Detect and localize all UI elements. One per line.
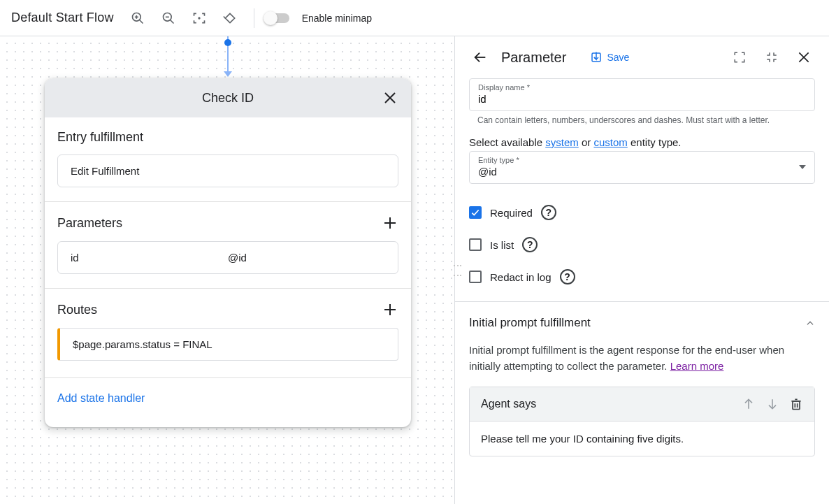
routes-section: Routes $page.params.status = FINAL — [45, 289, 411, 378]
main-area: Check ID Entry fulfillment Edit Fulfillm… — [0, 36, 829, 504]
entity-type-value: @id — [478, 164, 799, 178]
move-down-icon[interactable] — [765, 397, 779, 411]
save-label: Save — [607, 52, 629, 63]
entry-fulfillment-section: Entry fulfillment Edit Fulfillment — [45, 117, 411, 202]
close-panel-icon[interactable] — [793, 46, 815, 69]
svg-marker-20 — [799, 165, 806, 169]
fit-view-icon[interactable] — [187, 6, 212, 31]
back-icon[interactable] — [469, 46, 491, 69]
edit-fulfillment-label: Edit Fulfillment — [71, 165, 139, 177]
display-name-input[interactable] — [478, 92, 806, 105]
parameter-panel: ⋮⋮ Parameter Save Display name — [454, 36, 829, 504]
toolbar-divider — [254, 8, 254, 28]
required-row: Required ? — [469, 205, 815, 220]
display-name-helper: Can contain letters, numbers, underscore… — [477, 115, 815, 125]
system-entity-link[interactable]: system — [545, 136, 579, 148]
ipf-title: Initial prompt fulfillment — [469, 316, 805, 330]
agent-says-box: Agent says Please tell me your ID contai… — [469, 387, 815, 456]
entity-pre: Select available — [469, 136, 545, 148]
agent-says-text[interactable]: Please tell me your ID containing five d… — [470, 422, 814, 456]
close-icon[interactable] — [382, 89, 398, 106]
minimap-toggle[interactable] — [266, 13, 289, 23]
entity-or: or — [579, 136, 594, 148]
ipf-description: Initial prompt fulfillment is the agent … — [469, 343, 815, 374]
svg-rect-23 — [793, 401, 800, 410]
card-title: Check ID — [74, 91, 382, 106]
zoom-out-icon[interactable] — [156, 6, 181, 31]
required-label: Required — [490, 207, 533, 219]
rotate-icon[interactable] — [217, 6, 243, 31]
agent-says-title: Agent says — [481, 398, 732, 410]
entity-post: entity type. — [628, 136, 682, 148]
agent-says-header: Agent says — [470, 387, 814, 422]
entity-type-label: Entity type * — [478, 156, 799, 164]
display-name-field[interactable]: Display name * — [469, 78, 815, 111]
flow-canvas[interactable]: Check ID Entry fulfillment Edit Fulfillm… — [0, 36, 454, 504]
panel-header: Parameter Save — [455, 36, 829, 78]
add-parameter-icon[interactable] — [382, 215, 398, 231]
display-name-label: Display name * — [478, 83, 806, 92]
dropdown-arrow-icon — [799, 165, 806, 169]
islist-label: Is list — [490, 239, 514, 251]
ipf-desc-pre: Initial prompt fulfillment is the agent … — [469, 344, 784, 372]
redact-checkbox[interactable] — [469, 271, 482, 283]
routes-title: Routes — [57, 303, 382, 317]
panel-resize-handle[interactable]: ⋮⋮ — [452, 261, 463, 280]
node-connector — [227, 36, 229, 78]
edit-fulfillment-button[interactable]: Edit Fulfillment — [57, 154, 398, 187]
panel-title: Parameter — [501, 50, 566, 66]
svg-line-5 — [170, 20, 173, 23]
parameter-type: @id — [228, 252, 385, 264]
redact-help-icon[interactable]: ? — [560, 269, 575, 285]
collapse-icon[interactable] — [760, 46, 783, 69]
entity-type-sentence: Select available system or custom entity… — [469, 136, 815, 148]
route-row[interactable]: $page.params.status = FINAL — [57, 328, 398, 361]
ipf-header[interactable]: Initial prompt fulfillment — [469, 302, 815, 343]
required-checkbox[interactable] — [469, 206, 482, 219]
page-card: Check ID Entry fulfillment Edit Fulfillm… — [45, 78, 411, 427]
parameters-title: Parameters — [57, 216, 382, 231]
fullscreen-icon[interactable] — [728, 46, 751, 69]
add-state-handler-link[interactable]: Add state handler — [57, 385, 145, 415]
parameter-row[interactable]: id @id — [57, 241, 398, 274]
entity-type-select[interactable]: Entity type * @id — [469, 151, 815, 184]
move-up-icon[interactable] — [742, 397, 756, 411]
ipf-learn-more-link[interactable]: Learn more — [670, 360, 724, 372]
svg-line-1 — [139, 20, 143, 23]
redact-label: Redact in log — [490, 271, 552, 283]
required-help-icon[interactable]: ? — [541, 205, 556, 220]
zoom-in-icon[interactable] — [125, 6, 150, 31]
entry-fulfillment-title: Entry fulfillment — [57, 130, 398, 145]
save-button[interactable]: Save — [590, 51, 629, 64]
custom-entity-link[interactable]: custom — [593, 136, 627, 148]
minimap-label: Enable minimap — [302, 13, 372, 24]
redact-row: Redact in log ? — [469, 269, 815, 285]
parameters-section: Parameters id @id — [45, 202, 411, 289]
chevron-up-icon — [805, 318, 815, 328]
route-condition: $page.params.status = FINAL — [73, 338, 212, 350]
top-toolbar: Default Start Flow Enable minimap — [0, 0, 829, 36]
panel-body: Display name * Can contain letters, numb… — [455, 78, 829, 504]
parameter-name: id — [71, 252, 228, 264]
flow-title: Default Start Flow — [11, 10, 114, 25]
islist-row: Is list ? — [469, 237, 815, 252]
add-route-icon[interactable] — [382, 301, 398, 318]
delete-icon[interactable] — [789, 397, 803, 411]
svg-point-7 — [198, 17, 200, 19]
islist-help-icon[interactable]: ? — [522, 237, 538, 252]
card-header: Check ID — [45, 78, 411, 117]
islist-checkbox[interactable] — [469, 238, 482, 251]
